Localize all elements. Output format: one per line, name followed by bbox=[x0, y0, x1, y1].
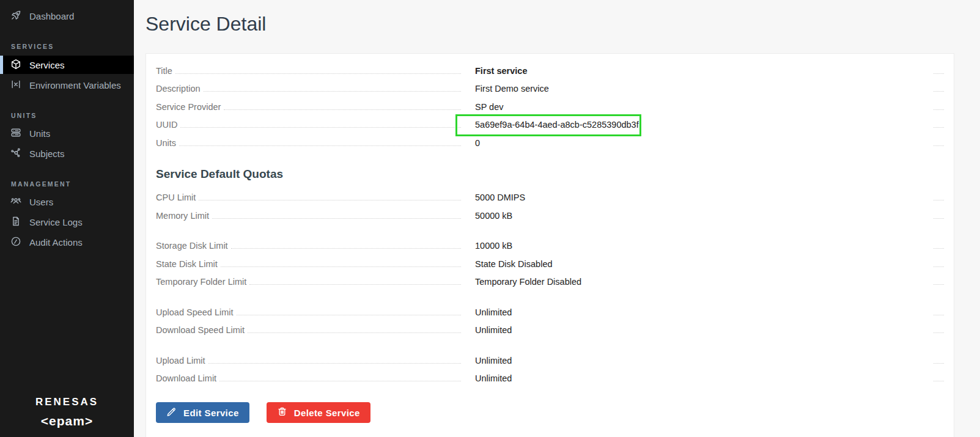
renesas-logo: RENESAS bbox=[0, 396, 134, 408]
row-label: Storage Disk Limit bbox=[156, 241, 228, 251]
row-value: Unlimited bbox=[463, 373, 934, 383]
dotted-leader bbox=[231, 248, 461, 249]
quota-group-speed: Upload Speed Limit Unlimited Download Sp… bbox=[156, 302, 944, 338]
dotted-leader bbox=[224, 109, 461, 110]
quota-row-storage-disk-limit: Storage Disk Limit 10000 kB bbox=[156, 236, 944, 254]
row-value: Unlimited bbox=[463, 307, 934, 317]
quota-row-state-disk-limit: State Disk Limit State Disk Disabled bbox=[156, 254, 944, 272]
dotted-leader bbox=[212, 218, 461, 219]
delete-service-label: Delete Service bbox=[294, 408, 360, 418]
row-label: CPU Limit bbox=[156, 193, 196, 202]
quota-group-compute: CPU Limit 5000 DMIPS Memory Limit 50000 … bbox=[156, 188, 944, 224]
trash-icon bbox=[277, 406, 287, 419]
rocket-icon bbox=[10, 10, 21, 23]
sidebar: Dashboard SERVICES Services Environment … bbox=[0, 0, 134, 437]
detail-row-units: Units 0 bbox=[156, 133, 944, 151]
dotted-trail bbox=[934, 266, 944, 267]
sidebar-item-users[interactable]: Users bbox=[0, 192, 134, 212]
row-value: 0 bbox=[463, 138, 934, 148]
sidebar-logos: RENESAS <epam> bbox=[0, 396, 134, 428]
sidebar-item-subjects[interactable]: Subjects bbox=[0, 144, 134, 164]
sidebar-item-audit-actions[interactable]: Audit Actions bbox=[0, 232, 134, 252]
dotted-trail bbox=[934, 315, 944, 315]
sidebar-item-label: Users bbox=[29, 197, 53, 207]
row-label: Service Provider bbox=[156, 102, 221, 112]
edit-service-button[interactable]: Edit Service bbox=[156, 402, 249, 423]
row-label: State Disk Limit bbox=[156, 259, 218, 269]
quotas-heading: Service Default Quotas bbox=[156, 167, 944, 181]
dotted-trail bbox=[934, 127, 944, 128]
dotted-trail bbox=[934, 284, 944, 285]
dotted-trail bbox=[934, 381, 944, 381]
row-label: Download Speed Limit bbox=[156, 325, 245, 335]
epam-logo: <epam> bbox=[0, 414, 134, 428]
dotted-leader bbox=[221, 266, 461, 267]
edit-service-label: Edit Service bbox=[183, 408, 239, 418]
dotted-leader bbox=[219, 381, 461, 381]
row-value: 50000 kB bbox=[463, 211, 934, 221]
dotted-leader bbox=[237, 315, 461, 315]
quota-row-memory-limit: Memory Limit 50000 kB bbox=[156, 205, 944, 224]
row-value: Temporary Folder Disabled bbox=[463, 277, 934, 287]
document-icon bbox=[10, 216, 21, 229]
active-indicator-bar bbox=[0, 56, 3, 74]
dotted-leader bbox=[249, 284, 461, 285]
quota-group-storage: Storage Disk Limit 10000 kB State Disk L… bbox=[156, 236, 944, 290]
molecule-icon bbox=[10, 147, 21, 160]
quota-row-download-speed-limit: Download Speed Limit Unlimited bbox=[156, 320, 944, 339]
sidebar-item-services[interactable]: Services bbox=[0, 56, 134, 74]
row-label: Temporary Folder Limit bbox=[156, 277, 246, 287]
quota-row-download-limit: Download Limit Unlimited bbox=[156, 369, 944, 387]
sidebar-item-environment-variables[interactable]: Environment Variables bbox=[0, 75, 134, 95]
dotted-leader bbox=[248, 332, 461, 333]
sidebar-item-label: Service Logs bbox=[29, 217, 83, 227]
app-window: Dashboard SERVICES Services Environment … bbox=[0, 0, 980, 437]
detail-row-description: Description First Demo service bbox=[156, 79, 944, 97]
sidebar-item-service-logs[interactable]: Service Logs bbox=[0, 212, 134, 232]
sidebar-item-label: Environment Variables bbox=[29, 80, 121, 90]
sidebar-item-label: Units bbox=[29, 128, 50, 139]
row-label: Units bbox=[156, 138, 176, 148]
dotted-trail bbox=[934, 91, 944, 92]
pencil-icon bbox=[166, 406, 177, 419]
sidebar-item-label: Audit Actions bbox=[29, 237, 83, 248]
dotted-trail bbox=[934, 218, 944, 219]
page-title: Service Detail bbox=[146, 12, 954, 35]
row-value-uuid: 5a69ef9a-64b4-4aed-a8cb-c5285390db3f bbox=[463, 120, 934, 130]
quota-row-upload-speed-limit: Upload Speed Limit Unlimited bbox=[156, 302, 944, 320]
dotted-trail bbox=[934, 200, 944, 200]
detail-row-service-provider: Service Provider SP dev bbox=[156, 97, 944, 115]
row-label: Download Limit bbox=[156, 373, 216, 383]
detail-row-uuid: UUID 5a69ef9a-64b4-4aed-a8cb-c5285390db3… bbox=[156, 115, 944, 133]
row-value: Unlimited bbox=[463, 325, 934, 335]
row-value: 10000 kB bbox=[463, 241, 934, 251]
sidebar-item-dashboard[interactable]: Dashboard bbox=[0, 6, 134, 26]
service-detail-card: Title First service Description First De… bbox=[146, 53, 954, 437]
clock-icon bbox=[10, 236, 21, 249]
variables-icon bbox=[10, 79, 21, 92]
row-label: Memory Limit bbox=[156, 211, 209, 221]
dotted-leader bbox=[204, 91, 461, 92]
row-value: 5000 DMIPS bbox=[463, 193, 934, 202]
delete-service-button[interactable]: Delete Service bbox=[267, 402, 370, 423]
dotted-leader bbox=[179, 145, 461, 146]
dotted-leader bbox=[199, 200, 461, 200]
row-label: Upload Speed Limit bbox=[156, 307, 234, 317]
detail-row-title: Title First service bbox=[156, 61, 944, 79]
sidebar-section-header-units: UNITS bbox=[11, 112, 134, 119]
row-value: SP dev bbox=[463, 102, 934, 112]
dotted-trail bbox=[934, 109, 944, 110]
main-content: Service Detail Title First service Descr… bbox=[134, 0, 980, 437]
sidebar-item-units[interactable]: Units bbox=[0, 123, 134, 144]
sidebar-item-label: Subjects bbox=[29, 149, 65, 159]
row-label: Title bbox=[156, 66, 172, 76]
sidebar-item-label: Services bbox=[29, 60, 65, 70]
dotted-trail bbox=[934, 73, 944, 74]
action-buttons: Edit Service Delete Service bbox=[156, 402, 944, 423]
row-label: Description bbox=[156, 84, 201, 94]
uuid-text: 5a69ef9a-64b4-4aed-a8cb-c5285390db3f bbox=[475, 120, 639, 130]
sidebar-section-header-services: SERVICES bbox=[11, 43, 134, 50]
cube-icon bbox=[10, 59, 21, 72]
dotted-trail bbox=[934, 248, 944, 249]
users-group-icon bbox=[10, 196, 21, 208]
